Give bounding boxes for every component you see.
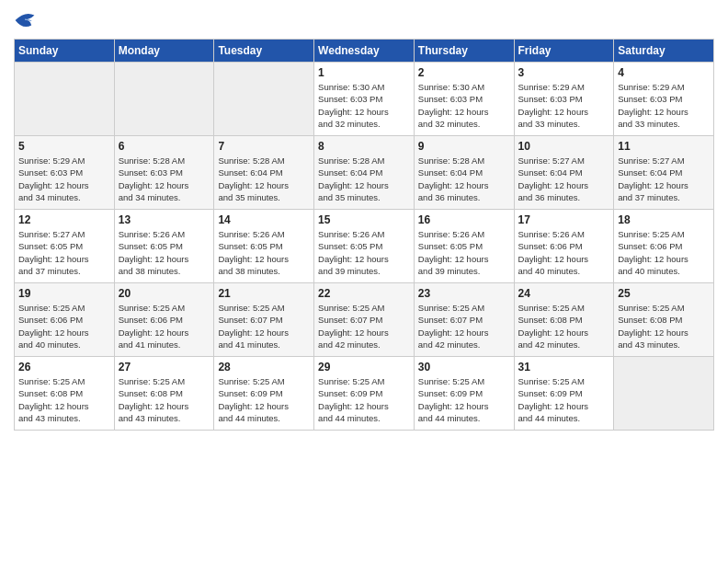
calendar-cell [214, 63, 314, 136]
day-info: Sunrise: 5:27 AM Sunset: 6:04 PM Dayligh… [618, 155, 710, 203]
day-info: Sunrise: 5:28 AM Sunset: 6:04 PM Dayligh… [218, 155, 310, 203]
calendar-week-row: 19Sunrise: 5:25 AM Sunset: 6:06 PM Dayli… [15, 283, 714, 357]
calendar-cell: 22Sunrise: 5:25 AM Sunset: 6:07 PM Dayli… [314, 283, 415, 357]
day-info: Sunrise: 5:25 AM Sunset: 6:09 PM Dayligh… [518, 375, 610, 424]
day-number: 1 [318, 66, 410, 79]
day-info: Sunrise: 5:26 AM Sunset: 6:06 PM Dayligh… [518, 228, 610, 277]
day-info: Sunrise: 5:26 AM Sunset: 6:05 PM Dayligh… [418, 228, 510, 277]
calendar-cell: 1Sunrise: 5:30 AM Sunset: 6:03 PM Daylig… [314, 63, 415, 136]
day-info: Sunrise: 5:25 AM Sunset: 6:09 PM Dayligh… [318, 375, 410, 424]
day-info: Sunrise: 5:25 AM Sunset: 6:09 PM Dayligh… [218, 375, 310, 424]
day-number: 27 [119, 361, 210, 373]
calendar-cell: 23Sunrise: 5:25 AM Sunset: 6:07 PM Dayli… [414, 283, 514, 357]
day-info: Sunrise: 5:25 AM Sunset: 6:08 PM Dayligh… [618, 302, 710, 350]
day-info: Sunrise: 5:28 AM Sunset: 6:03 PM Dayligh… [119, 155, 210, 203]
day-number: 9 [418, 140, 510, 153]
logo-icon [14, 9, 36, 31]
calendar-cell: 8Sunrise: 5:28 AM Sunset: 6:04 PM Daylig… [314, 136, 415, 210]
day-number: 3 [518, 66, 610, 79]
day-info: Sunrise: 5:29 AM Sunset: 6:03 PM Dayligh… [518, 81, 610, 130]
day-info: Sunrise: 5:25 AM Sunset: 6:07 PM Dayligh… [418, 302, 510, 350]
weekday-header-friday: Friday [514, 40, 614, 63]
day-info: Sunrise: 5:28 AM Sunset: 6:04 PM Dayligh… [318, 155, 410, 203]
calendar-cell: 21Sunrise: 5:25 AM Sunset: 6:07 PM Dayli… [214, 283, 314, 357]
day-number: 24 [518, 287, 610, 300]
day-number: 28 [218, 361, 310, 373]
day-number: 31 [518, 361, 610, 373]
day-number: 12 [18, 213, 110, 226]
calendar-cell: 6Sunrise: 5:28 AM Sunset: 6:03 PM Daylig… [114, 136, 214, 210]
day-info: Sunrise: 5:29 AM Sunset: 6:03 PM Dayligh… [618, 81, 710, 130]
calendar-cell: 17Sunrise: 5:26 AM Sunset: 6:06 PM Dayli… [514, 210, 614, 283]
day-number: 16 [418, 213, 510, 226]
day-number: 30 [418, 361, 510, 373]
day-info: Sunrise: 5:27 AM Sunset: 6:04 PM Dayligh… [518, 155, 610, 203]
calendar-cell: 11Sunrise: 5:27 AM Sunset: 6:04 PM Dayli… [614, 136, 714, 210]
day-number: 21 [218, 287, 310, 300]
calendar-cell: 19Sunrise: 5:25 AM Sunset: 6:06 PM Dayli… [15, 283, 115, 357]
day-info: Sunrise: 5:25 AM Sunset: 6:06 PM Dayligh… [618, 228, 710, 277]
calendar-table: SundayMondayTuesdayWednesdayThursdayFrid… [14, 39, 714, 431]
calendar-week-row: 1Sunrise: 5:30 AM Sunset: 6:03 PM Daylig… [15, 63, 714, 136]
day-info: Sunrise: 5:26 AM Sunset: 6:05 PM Dayligh… [318, 228, 410, 277]
day-number: 22 [318, 287, 410, 300]
day-number: 17 [518, 213, 610, 226]
calendar-cell: 5Sunrise: 5:29 AM Sunset: 6:03 PM Daylig… [15, 136, 115, 210]
calendar-cell: 27Sunrise: 5:25 AM Sunset: 6:08 PM Dayli… [114, 357, 214, 431]
calendar-cell [614, 357, 714, 431]
day-number: 20 [119, 287, 210, 300]
weekday-header-row: SundayMondayTuesdayWednesdayThursdayFrid… [15, 40, 714, 63]
day-info: Sunrise: 5:25 AM Sunset: 6:08 PM Dayligh… [518, 302, 610, 350]
day-number: 25 [618, 287, 710, 300]
calendar-cell: 31Sunrise: 5:25 AM Sunset: 6:09 PM Dayli… [514, 357, 614, 431]
weekday-header-sunday: Sunday [15, 40, 115, 63]
day-number: 8 [318, 140, 410, 153]
day-info: Sunrise: 5:25 AM Sunset: 6:06 PM Dayligh… [119, 302, 210, 350]
calendar-week-row: 5Sunrise: 5:29 AM Sunset: 6:03 PM Daylig… [15, 136, 714, 210]
logo [14, 9, 40, 31]
day-info: Sunrise: 5:26 AM Sunset: 6:05 PM Dayligh… [218, 228, 310, 277]
day-info: Sunrise: 5:30 AM Sunset: 6:03 PM Dayligh… [318, 81, 410, 130]
calendar-cell: 2Sunrise: 5:30 AM Sunset: 6:03 PM Daylig… [414, 63, 514, 136]
weekday-header-monday: Monday [114, 40, 214, 63]
day-info: Sunrise: 5:25 AM Sunset: 6:07 PM Dayligh… [318, 302, 410, 350]
weekday-header-wednesday: Wednesday [314, 40, 415, 63]
calendar-cell: 30Sunrise: 5:25 AM Sunset: 6:09 PM Dayli… [414, 357, 514, 431]
calendar-cell: 4Sunrise: 5:29 AM Sunset: 6:03 PM Daylig… [614, 63, 714, 136]
day-info: Sunrise: 5:25 AM Sunset: 6:08 PM Dayligh… [119, 375, 210, 424]
day-info: Sunrise: 5:30 AM Sunset: 6:03 PM Dayligh… [418, 81, 510, 130]
calendar-cell: 18Sunrise: 5:25 AM Sunset: 6:06 PM Dayli… [614, 210, 714, 283]
day-number: 23 [418, 287, 510, 300]
calendar-cell: 14Sunrise: 5:26 AM Sunset: 6:05 PM Dayli… [214, 210, 314, 283]
day-number: 18 [618, 213, 710, 226]
day-info: Sunrise: 5:27 AM Sunset: 6:05 PM Dayligh… [18, 228, 110, 277]
day-info: Sunrise: 5:25 AM Sunset: 6:09 PM Dayligh… [418, 375, 510, 424]
weekday-header-thursday: Thursday [414, 40, 514, 63]
day-number: 2 [418, 66, 510, 79]
day-number: 19 [18, 287, 110, 300]
calendar-cell: 16Sunrise: 5:26 AM Sunset: 6:05 PM Dayli… [414, 210, 514, 283]
day-info: Sunrise: 5:29 AM Sunset: 6:03 PM Dayligh… [18, 155, 110, 203]
day-number: 4 [618, 66, 710, 79]
calendar-cell: 20Sunrise: 5:25 AM Sunset: 6:06 PM Dayli… [114, 283, 214, 357]
calendar-cell: 29Sunrise: 5:25 AM Sunset: 6:09 PM Dayli… [314, 357, 415, 431]
day-number: 15 [318, 213, 410, 226]
day-info: Sunrise: 5:25 AM Sunset: 6:07 PM Dayligh… [218, 302, 310, 350]
calendar-cell: 13Sunrise: 5:26 AM Sunset: 6:05 PM Dayli… [114, 210, 214, 283]
calendar-body: 1Sunrise: 5:30 AM Sunset: 6:03 PM Daylig… [15, 63, 714, 431]
calendar-cell: 12Sunrise: 5:27 AM Sunset: 6:05 PM Dayli… [15, 210, 115, 283]
calendar-cell: 9Sunrise: 5:28 AM Sunset: 6:04 PM Daylig… [414, 136, 514, 210]
calendar-cell [15, 63, 115, 136]
day-number: 5 [18, 140, 110, 153]
calendar-cell: 24Sunrise: 5:25 AM Sunset: 6:08 PM Dayli… [514, 283, 614, 357]
calendar-cell: 10Sunrise: 5:27 AM Sunset: 6:04 PM Dayli… [514, 136, 614, 210]
day-number: 14 [218, 213, 310, 226]
calendar-cell: 3Sunrise: 5:29 AM Sunset: 6:03 PM Daylig… [514, 63, 614, 136]
calendar-header: SundayMondayTuesdayWednesdayThursdayFrid… [15, 40, 714, 63]
calendar-cell [114, 63, 214, 136]
calendar-cell: 25Sunrise: 5:25 AM Sunset: 6:08 PM Dayli… [614, 283, 714, 357]
calendar-cell: 7Sunrise: 5:28 AM Sunset: 6:04 PM Daylig… [214, 136, 314, 210]
weekday-header-saturday: Saturday [614, 40, 714, 63]
calendar-cell: 15Sunrise: 5:26 AM Sunset: 6:05 PM Dayli… [314, 210, 415, 283]
day-info: Sunrise: 5:25 AM Sunset: 6:06 PM Dayligh… [18, 302, 110, 350]
